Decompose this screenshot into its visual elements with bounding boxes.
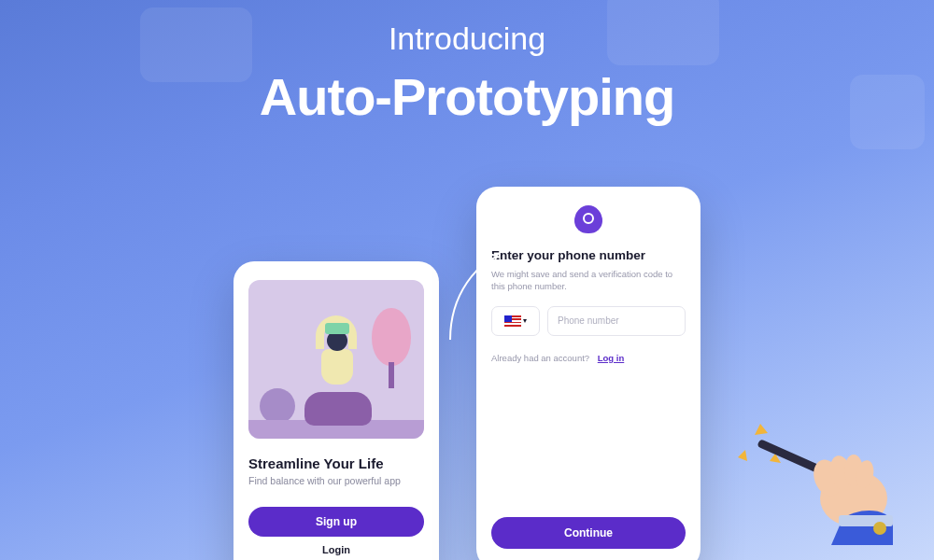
bg-decor-card — [140, 7, 252, 82]
phone-onboarding: Streamline Your Life Find balance with o… — [234, 261, 439, 560]
continue-button[interactable]: Continue — [491, 517, 686, 549]
phone-mockups: Streamline Your Life Find balance with o… — [0, 187, 934, 560]
chevron-down-icon: ▾ — [523, 316, 527, 325]
already-label: Already had an account? — [491, 353, 589, 363]
signup-button[interactable]: Sign up — [248, 507, 424, 537]
onboarding-illustration — [248, 280, 424, 439]
login-link[interactable]: Log in — [598, 353, 625, 363]
country-code-selector[interactable]: ▾ — [491, 306, 540, 336]
phone-sub: We might save and send a verification co… — [491, 268, 686, 293]
already-account-text: Already had an account? Log in — [491, 353, 686, 363]
login-button[interactable]: Login — [248, 544, 424, 555]
phone-heading: Enter your phone number — [491, 248, 686, 262]
app-logo-icon — [574, 205, 602, 233]
bg-decor-card — [850, 75, 925, 149]
phone-number-input[interactable]: Phone number — [547, 306, 686, 336]
onboarding-heading: Streamline Your Life — [248, 455, 424, 471]
bg-decor-card — [607, 0, 719, 65]
hero-title: Auto-Prototyping — [0, 66, 934, 127]
phone-input-row: ▾ Phone number — [491, 306, 686, 336]
phone-enter-number: Enter your phone number We might save an… — [476, 187, 700, 560]
person-binoculars-icon — [288, 314, 381, 426]
us-flag-icon — [504, 315, 521, 327]
onboarding-sub: Find balance with our powerful app — [248, 475, 424, 486]
